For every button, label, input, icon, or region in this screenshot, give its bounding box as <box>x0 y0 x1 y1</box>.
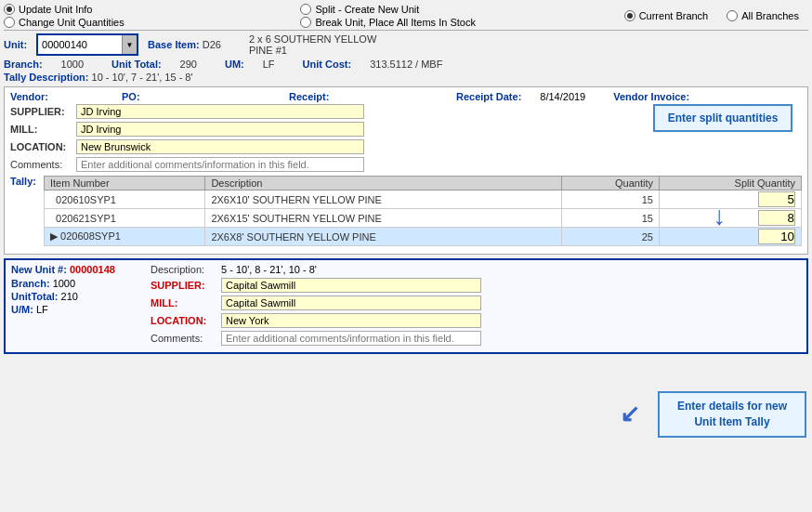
split-qty-input[interactable] <box>758 191 795 207</box>
arrow-new-unit-tally: ↙ <box>620 400 640 428</box>
supplier-input[interactable] <box>76 104 364 119</box>
nu-um-value: LF <box>36 304 48 315</box>
nu-branch-value: 1000 <box>53 278 75 289</box>
nu-supplier-label: SUPPLIER: <box>151 280 216 291</box>
radio-break-unit[interactable]: Break Unit, Place All Items In Stock <box>300 17 475 28</box>
tally-desc-value: 10 - 10', 7 - 21', 15 - 8' <box>92 72 193 83</box>
nu-branch-label: Branch: <box>11 278 50 289</box>
tooltip-split-text: Enter split quantities <box>668 112 779 125</box>
base-item-value: D26 <box>203 39 221 50</box>
nu-mill-row: MILL: <box>151 295 801 310</box>
radio-circle-all <box>727 10 738 21</box>
po-label: PO: <box>122 91 177 102</box>
cell-item: ▶ 020608SYP1 <box>45 228 205 246</box>
radio-group-center: Split - Create New Unit Break Unit, Plac… <box>300 4 475 28</box>
product-name: 2 x 6 SOUTHERN YELLOW PINE #1 <box>249 33 376 56</box>
tooltip-new-unit-text: Enter details for newUnit Item Tally <box>677 400 787 428</box>
unit-input[interactable] <box>38 38 122 51</box>
nu-supplier-row: SUPPLIER: <box>151 278 801 293</box>
col-split-quantity: Split Quantity <box>659 177 801 190</box>
nu-mill-input[interactable] <box>221 295 481 310</box>
cell-desc: 2X6X10' SOUTHERN YELLOW PINE <box>205 190 561 209</box>
cell-split-qty <box>659 190 801 209</box>
radio-circle-split <box>300 4 311 15</box>
vendor-label: Vendor: <box>10 91 66 102</box>
radio-split-label: Split - Create New Unit <box>315 4 419 15</box>
nu-desc-value: 5 - 10', 8 - 21', 10 - 8' <box>221 264 317 275</box>
receipt-date-value: 8/14/2019 <box>540 91 585 102</box>
branch-label: Branch: <box>4 59 43 70</box>
tooltip-split-quantities: Enter split quantities <box>653 104 792 132</box>
radio-all-branches[interactable]: All Branches <box>727 10 799 21</box>
cell-qty: 15 <box>561 190 659 209</box>
tooltip-new-unit-tally: Enter details for newUnit Item Tally <box>658 391 806 438</box>
mill-input[interactable] <box>76 122 364 137</box>
radio-update-label: Update Unit Info <box>19 4 93 15</box>
radio-group-left: Update Unit Info Change Unit Quantities <box>4 4 124 28</box>
branch-value: 1000 <box>61 59 84 70</box>
cell-split-qty <box>659 209 801 228</box>
nu-comments-input[interactable] <box>221 331 481 346</box>
cell-item: 020610SYP1 <box>45 190 205 209</box>
receipt-label: Receipt: <box>289 91 345 102</box>
radio-update-unit-info[interactable]: Update Unit Info <box>4 4 124 15</box>
cell-qty: 25 <box>561 228 659 246</box>
radio-change-quantities[interactable]: Change Unit Quantities <box>4 17 124 28</box>
new-unit-right: Description: 5 - 10', 8 - 21', 10 - 8' S… <box>151 264 801 348</box>
unit-label: Unit: <box>4 39 27 50</box>
info-row: Branch: 1000 Unit Total: 290 UM: LF Unit… <box>4 59 808 70</box>
nu-supplier-input[interactable] <box>221 278 481 293</box>
new-unit-left: New Unit #: 00000148 Branch: 1000 UnitTo… <box>11 264 141 348</box>
nu-location-label: LOCATION: <box>151 315 216 326</box>
radio-break-label: Break Unit, Place All Items In Stock <box>315 17 475 28</box>
location-field-row: LOCATION: <box>10 139 802 154</box>
radio-group-right: Current Branch All Branches <box>624 10 808 21</box>
receipt-date-label: Receipt Date: <box>456 91 521 102</box>
col-quantity: Quantity <box>561 177 659 190</box>
table-row[interactable]: ▶ 020608SYP1 2X6X8' SOUTHERN YELLOW PINE… <box>45 228 802 246</box>
product-line2: PINE #1 <box>249 45 376 56</box>
nu-um-label: U/M: <box>11 304 33 315</box>
new-unit-total-row: UnitTotal: 210 <box>11 291 141 302</box>
divider-top <box>4 30 808 31</box>
unit-cost-value: 313.5112 / MBF <box>370 59 442 70</box>
nu-location-input[interactable] <box>221 313 481 328</box>
cell-desc: 2X6X8' SOUTHERN YELLOW PINE <box>205 228 561 246</box>
location-input[interactable] <box>76 139 364 154</box>
radio-change-label: Change Unit Quantities <box>19 17 124 28</box>
table-row[interactable]: 020610SYP1 2X6X10' SOUTHERN YELLOW PINE … <box>45 190 802 209</box>
col-description: Description <box>205 177 561 190</box>
nu-mill-label: MILL: <box>151 297 216 309</box>
section-box: Vendor: PO: Receipt: Receipt Date: 8/14/… <box>4 86 808 255</box>
new-unit-label: New Unit #: <box>11 264 67 275</box>
vendor-row: Vendor: PO: Receipt: Receipt Date: 8/14/… <box>10 91 802 102</box>
content-with-tooltip: SUPPLIER: MILL: LOCATION: Comments: <box>10 104 802 250</box>
main-container: Update Unit Info Change Unit Quantities … <box>0 0 812 512</box>
new-unit-id-row: New Unit #: 00000148 <box>11 264 141 275</box>
tally-table: Item Number Description Quantity Split Q… <box>44 176 802 246</box>
split-qty-input[interactable] <box>758 229 795 244</box>
radio-circle-change <box>4 17 15 28</box>
nu-comments-row: Comments: <box>151 331 801 346</box>
product-line1: 2 x 6 SOUTHERN YELLOW <box>249 33 376 45</box>
new-unit-um-row: U/M: LF <box>11 304 141 315</box>
base-item-label: Base Item: <box>148 39 200 50</box>
comments-input[interactable] <box>76 157 364 172</box>
radio-circle-break <box>300 17 311 28</box>
nu-total-label: UnitTotal: <box>11 291 59 302</box>
unit-cost-label: Unit Cost: <box>303 59 352 70</box>
tally-section: Tally: Item Number Description Quantity … <box>10 176 802 246</box>
radio-row-top: Update Unit Info Change Unit Quantities … <box>4 4 808 28</box>
radio-split-create[interactable]: Split - Create New Unit <box>300 4 475 15</box>
nu-desc-row: Description: 5 - 10', 8 - 21', 10 - 8' <box>151 264 801 275</box>
unit-total-value: 290 <box>180 59 197 70</box>
radio-current-branch[interactable]: Current Branch <box>624 10 709 21</box>
split-qty-input[interactable] <box>758 210 795 226</box>
radio-circle-current <box>624 10 635 21</box>
um-value: LF <box>263 59 275 70</box>
table-row[interactable]: 020621SYP1 2X6X15' SOUTHERN YELLOW PINE … <box>45 209 802 228</box>
unit-dropdown-btn[interactable]: ▼ <box>122 35 137 54</box>
nu-location-row: LOCATION: <box>151 313 801 328</box>
mill-label: MILL: <box>10 124 71 135</box>
radio-circle-update <box>4 4 15 15</box>
